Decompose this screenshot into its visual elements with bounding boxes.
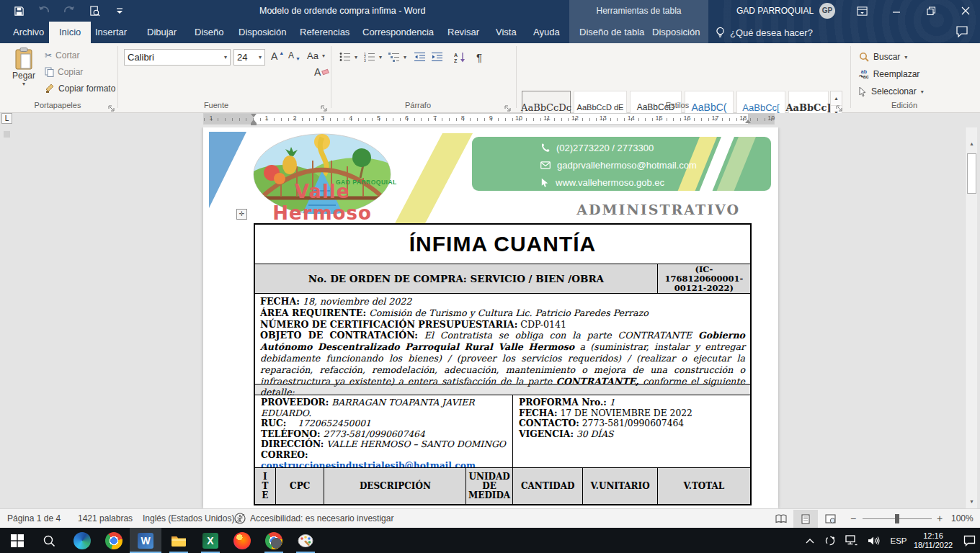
zoom-out-button[interactable]: − (850, 509, 856, 528)
document-canvas[interactable]: GAD PARROQUIAL Valle Hermoso (02)2773220… (0, 127, 980, 508)
grow-font-button[interactable]: A▲ (271, 50, 286, 62)
tab-correspondencia[interactable]: Correspondencia (360, 22, 437, 43)
scroll-up-icon[interactable]: ▲ (966, 138, 977, 149)
tab-diseno-de-tabla[interactable]: Diseño de tabla (576, 22, 647, 43)
ruler-number: 19 (767, 114, 775, 122)
increase-indent-button[interactable] (429, 49, 445, 65)
tab-dibujar[interactable]: Dibujar (144, 22, 179, 43)
copy-button[interactable]: Copiar (45, 67, 83, 77)
taskbar-clock[interactable]: 12:16 18/11/2022 (909, 528, 957, 553)
taskbar-search-button[interactable] (33, 528, 65, 553)
redo-icon[interactable] (62, 4, 76, 18)
zoom-level[interactable]: 100% (951, 509, 974, 528)
tray-app-icon[interactable] (821, 528, 839, 553)
undo-icon[interactable] (37, 4, 51, 18)
restore-button[interactable] (918, 0, 944, 22)
taskbar-paint-button[interactable] (290, 528, 321, 553)
word-count[interactable]: 1421 palabras (78, 509, 133, 528)
tab-revisar[interactable]: Revisar (445, 22, 482, 43)
paste-button[interactable]: Pegar ▾ (7, 48, 40, 87)
ribbon-display-options-button[interactable] (849, 0, 875, 22)
avatar[interactable]: GP (819, 3, 835, 19)
numbering-button[interactable]: 123 (362, 49, 378, 65)
clipboard-dialog-launcher[interactable] (108, 102, 116, 110)
font-size-select[interactable]: 24▾ (233, 49, 265, 66)
bullets-button[interactable] (337, 49, 353, 65)
close-button[interactable] (953, 0, 979, 22)
replace-button[interactable]: ab↷ac Reemplazar (859, 66, 919, 82)
numbering-dropdown-icon[interactable]: ▾ (377, 49, 384, 65)
paragraph-dialog-launcher[interactable] (504, 102, 512, 110)
read-mode-button[interactable] (769, 510, 793, 528)
taskbar-word-button[interactable]: W (130, 528, 161, 553)
vertical-scrollbar[interactable]: ▲ ▼ (965, 127, 977, 508)
tab-vista[interactable]: Vista (493, 22, 520, 43)
account-name[interactable]: GAD PARROQUIAL (736, 0, 814, 22)
web-layout-button[interactable] (818, 510, 842, 528)
zoom-in-button[interactable]: + (937, 509, 943, 528)
tell-me-box[interactable]: ¿Qué desea hacer? (716, 22, 813, 43)
horizontal-ruler[interactable]: 112345678910111213141516171819 (203, 113, 775, 125)
zoom-slider-thumb[interactable] (895, 514, 899, 523)
language-indicator-tray[interactable]: ESP (888, 528, 909, 553)
taskbar-explorer-button[interactable] (163, 528, 195, 553)
provider-email-link[interactable]: construccionesindustrialesjb@hotmail.com (261, 460, 476, 467)
tab-disposicion[interactable]: Disposición (236, 22, 289, 43)
tab-inicio[interactable]: Inicio (49, 22, 91, 43)
find-button[interactable]: Buscar▾ (859, 49, 907, 65)
right-indent-marker[interactable] (745, 120, 751, 123)
change-case-button[interactable]: Aa▾ (307, 50, 325, 61)
cut-button[interactable]: ✂ Cortar (45, 50, 79, 60)
language-indicator[interactable]: Inglés (Estados Unidos) (143, 509, 234, 528)
tab-archivo[interactable]: Archivo (10, 22, 47, 43)
font-dialog-launcher[interactable] (321, 102, 329, 110)
select-button[interactable]: Seleccionar▾ (859, 84, 924, 99)
format-painter-button[interactable]: Copiar formato (45, 84, 115, 94)
paste-label: Pegar (12, 71, 35, 81)
status-bar: Página 1 de 4 1421 palabras Inglés (Esta… (0, 508, 980, 528)
order-table[interactable]: ÍNFIMA CUANTÍA No. DE ORDEN DE COMPRA: S… (254, 223, 752, 505)
first-line-indent-marker[interactable] (251, 114, 257, 117)
tab-ayuda[interactable]: Ayuda (530, 22, 563, 43)
scrollbar-thumb[interactable] (967, 153, 976, 194)
print-layout-button[interactable] (793, 510, 818, 528)
accessibility-status[interactable]: Accesibilidad: es necesario investigar (234, 509, 393, 528)
document-page[interactable]: GAD PARROQUIAL Valle Hermoso (02)2773220… (203, 127, 778, 508)
qat-customize-icon[interactable] (112, 4, 127, 18)
taskbar-firefox-button[interactable] (226, 528, 258, 553)
multilevel-dropdown-icon[interactable]: ▾ (401, 49, 409, 65)
volume-tray-button[interactable] (863, 528, 883, 553)
paste-dropdown-icon[interactable]: ▾ (22, 81, 25, 87)
sort-button[interactable]: AZ (451, 49, 470, 65)
comments-icon[interactable] (956, 25, 968, 40)
taskbar-edge-button[interactable] (66, 528, 98, 553)
scroll-down-icon[interactable]: ▼ (966, 495, 977, 507)
tray-expand-button[interactable] (801, 528, 819, 553)
taskbar-chrome-button[interactable] (98, 528, 130, 553)
tab-insertar[interactable]: Insertar (92, 22, 130, 43)
action-center-button[interactable] (960, 528, 979, 553)
save-icon[interactable] (12, 4, 26, 18)
left-indent-marker[interactable] (251, 123, 257, 125)
table-move-handle[interactable]: ✛ (236, 209, 247, 220)
clear-formatting-button[interactable]: A (314, 66, 329, 78)
taskbar-excel-button[interactable]: X (195, 528, 226, 553)
tab-referencias[interactable]: Referencias (297, 22, 352, 43)
taskbar-chrome-profile-button[interactable] (258, 528, 290, 553)
multilevel-list-button[interactable] (386, 49, 402, 65)
start-button[interactable] (1, 528, 33, 553)
print-preview-icon[interactable] (87, 4, 102, 18)
tab-disposicion-tabla[interactable]: Disposición (649, 22, 703, 43)
tab-stop-selector[interactable]: L (1, 113, 12, 124)
font-family-select[interactable]: Calibri▾ (124, 49, 231, 66)
shrink-font-button[interactable]: A▼ (288, 50, 303, 60)
decrease-indent-button[interactable] (412, 49, 428, 65)
items-header-row: I T E CPC DESCRIPCIÓN UNIDAD DE MEDIDA C… (255, 468, 750, 504)
minimize-button[interactable] (883, 0, 909, 22)
pilcrow-button[interactable]: ¶ (471, 49, 487, 65)
page-indicator[interactable]: Página 1 de 4 (7, 509, 61, 528)
tab-diseno[interactable]: Diseño (192, 22, 226, 43)
bullets-dropdown-icon[interactable]: ▾ (352, 49, 360, 65)
network-tray-button[interactable] (842, 528, 860, 553)
styles-dialog-launcher[interactable] (836, 102, 844, 110)
